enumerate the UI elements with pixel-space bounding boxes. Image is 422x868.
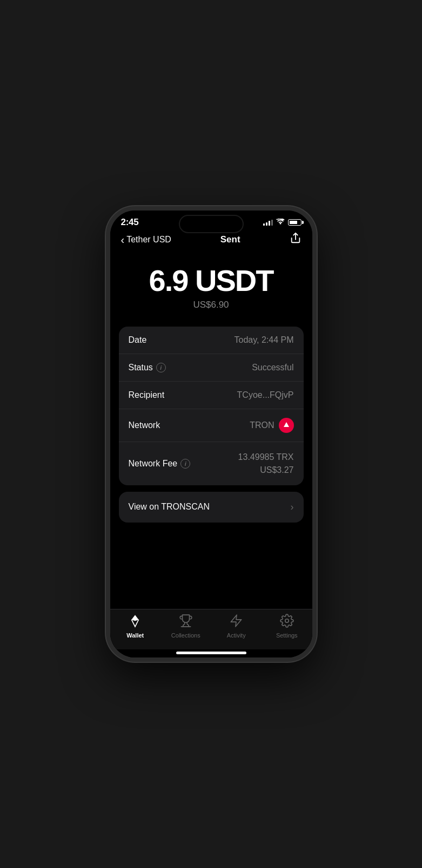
detail-row-date: Date Today, 2:44 PM xyxy=(119,327,304,354)
share-icon xyxy=(290,232,302,244)
home-indicator xyxy=(176,652,246,654)
dynamic-island xyxy=(179,215,244,233)
battery-fill xyxy=(290,221,297,224)
content-spacer xyxy=(110,529,312,609)
tab-settings[interactable]: Settings xyxy=(268,614,306,639)
tab-bar: Wallet Collections xyxy=(110,609,312,649)
detail-value-recipient: TCyoe...FQjvP xyxy=(237,390,294,400)
detail-row-network: Network TRON xyxy=(119,409,304,442)
share-button[interactable] xyxy=(290,232,302,247)
detail-row-network-fee: Network Fee i 13.49985 TRX US$3.27 xyxy=(119,442,304,485)
detail-label-network-fee: Network Fee i xyxy=(129,459,191,469)
status-bar: 2:45 xyxy=(110,211,312,228)
tronscan-button[interactable]: View on TRONSCAN › xyxy=(119,492,304,523)
chevron-right-icon: › xyxy=(291,501,294,513)
wallet-icon xyxy=(128,614,142,630)
detail-label-status: Status i xyxy=(129,363,166,372)
back-button[interactable]: ‹ Tether USD xyxy=(121,234,171,245)
network-value: TRON xyxy=(250,418,293,433)
detail-label-date: Date xyxy=(129,335,147,345)
detail-value-network: TRON xyxy=(250,421,274,430)
tronscan-label: View on TRONSCAN xyxy=(129,502,210,512)
network-fee-usd: US$3.27 xyxy=(238,464,294,477)
svg-marker-1 xyxy=(231,615,242,627)
activity-icon xyxy=(229,614,243,630)
network-fee-trx: 13.49985 TRX xyxy=(238,451,294,464)
tron-triangle-icon xyxy=(284,422,289,427)
settings-icon xyxy=(280,614,294,630)
tab-collections[interactable]: Collections xyxy=(167,614,205,639)
wallet-tab-label: Wallet xyxy=(126,632,144,639)
signal-icon xyxy=(263,220,273,226)
detail-value-date: Today, 2:44 PM xyxy=(235,335,294,345)
chevron-left-icon: ‹ xyxy=(121,234,125,245)
amount-section: 6.9 USDT US$6.90 xyxy=(110,253,312,327)
tab-wallet[interactable]: Wallet xyxy=(116,614,154,639)
detail-label-network: Network xyxy=(129,421,160,430)
status-time: 2:45 xyxy=(121,217,139,228)
home-indicator-area xyxy=(110,649,312,657)
tab-activity[interactable]: Activity xyxy=(217,614,255,639)
amount-secondary: US$6.90 xyxy=(193,300,229,310)
nav-title: Sent xyxy=(220,234,240,245)
collections-icon xyxy=(179,614,193,630)
detail-value-network-fee: 13.49985 TRX US$3.27 xyxy=(238,451,294,477)
status-info-icon[interactable]: i xyxy=(156,363,166,372)
activity-tab-label: Activity xyxy=(227,632,246,639)
amount-primary: 6.9 USDT xyxy=(149,264,273,297)
settings-tab-label: Settings xyxy=(276,632,298,639)
collections-tab-label: Collections xyxy=(171,632,200,639)
phone-frame: 2:45 xyxy=(106,206,317,662)
tron-badge-icon xyxy=(279,418,294,433)
back-label: Tether USD xyxy=(126,235,171,245)
battery-icon xyxy=(288,219,302,226)
detail-row-recipient: Recipient TCyoe...FQjvP xyxy=(119,382,304,409)
details-card: Date Today, 2:44 PM Status i Successful … xyxy=(119,327,304,485)
phone-screen: 2:45 xyxy=(110,211,312,657)
network-fee-info-icon[interactable]: i xyxy=(180,459,190,469)
svg-point-2 xyxy=(285,619,289,623)
detail-row-status: Status i Successful xyxy=(119,354,304,382)
status-icons xyxy=(263,219,302,227)
detail-value-status: Successful xyxy=(252,363,293,372)
wifi-icon xyxy=(276,219,285,227)
detail-label-recipient: Recipient xyxy=(129,390,165,400)
